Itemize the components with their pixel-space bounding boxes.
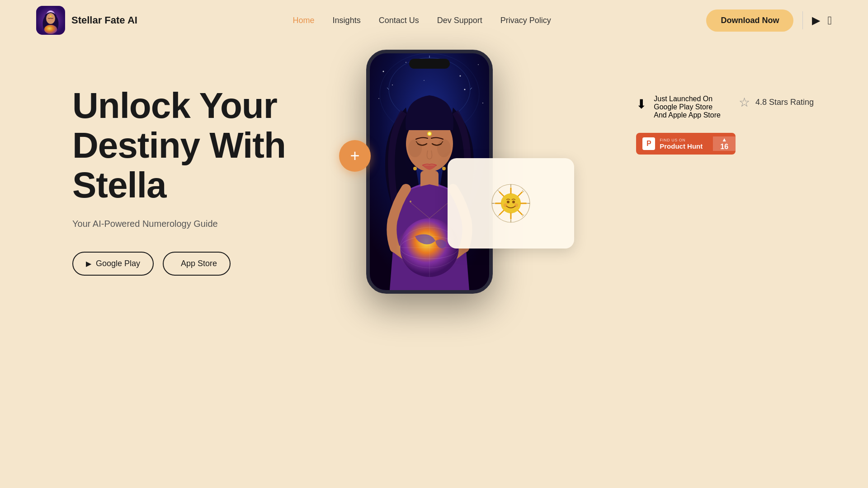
hero-section: Unlock Your Destiny With Stella Your AI-…: [0, 41, 868, 488]
svg-point-11: [460, 75, 461, 77]
svg-point-62: [512, 201, 515, 203]
launch-line1: Just Launched On: [654, 95, 721, 103]
svg-point-4: [50, 15, 52, 17]
svg-point-8: [383, 71, 384, 72]
product-hunt-badge[interactable]: P FIND US ON Product Hunt ▲ 16: [636, 133, 736, 155]
svg-point-12: [478, 64, 479, 65]
svg-point-27: [437, 139, 451, 157]
launch-info: ⬇ Just Launched On Google Play Store And…: [636, 95, 814, 119]
star-icon: ☆: [739, 95, 750, 110]
svg-point-64: [514, 203, 518, 207]
svg-point-26: [408, 139, 422, 157]
ph-name: Product Hunt: [660, 142, 703, 150]
navbar: Stellar Fate AI Home Insights Contact Us…: [0, 0, 868, 41]
svg-point-30: [413, 167, 417, 170]
app-store-button[interactable]: App Store: [163, 252, 231, 276]
hero-buttons: ▶ Google Play App Store: [72, 252, 286, 276]
rating-text: 4.8 Stars Rating: [755, 98, 814, 107]
nav-links: Home Insights Contact Us Dev Support Pri…: [293, 16, 551, 25]
sun-symbol: [488, 181, 533, 226]
ph-number: 16: [720, 143, 728, 151]
launch-line2: Google Play Store: [654, 103, 721, 111]
brand-name: Stellar Fate AI: [71, 14, 137, 26]
hero-center: +: [366, 50, 502, 294]
nav-privacy[interactable]: Privacy Policy: [500, 16, 551, 25]
phone-container: +: [366, 50, 502, 294]
ph-count-inner: ▲ 16: [720, 136, 728, 151]
svg-point-63: [504, 203, 507, 207]
app-store-label: App Store: [181, 259, 217, 268]
google-play-label: Google Play: [96, 259, 140, 268]
hero-right: ⬇ Just Launched On Google Play Store And…: [636, 95, 814, 155]
svg-point-14: [464, 89, 466, 90]
nav-dev[interactable]: Dev Support: [437, 16, 482, 25]
google-play-button[interactable]: ▶ Google Play: [72, 252, 154, 276]
svg-point-31: [442, 167, 446, 170]
ph-count: ▲ 16: [713, 136, 736, 151]
svg-line-59: [500, 211, 504, 215]
ph-find-label: FIND US ON: [660, 138, 703, 142]
download-button[interactable]: Download Now: [706, 9, 793, 32]
svg-line-57: [500, 192, 504, 196]
headline-line1: Unlock Your: [72, 85, 277, 126]
nav-insights[interactable]: Insights: [333, 16, 361, 25]
hero-headline: Unlock Your Destiny With Stella: [72, 86, 286, 205]
svg-point-9: [406, 62, 406, 63]
hero-subtitle: Your AI-Powered Numerology Guide: [72, 219, 286, 229]
launch-text: Just Launched On Google Play Store And A…: [654, 95, 721, 119]
nav-right: Download Now ▶ : [706, 9, 832, 32]
svg-point-29: [428, 132, 431, 135]
plus-button[interactable]: +: [339, 140, 371, 172]
ph-logo: P: [642, 137, 655, 150]
logo-link[interactable]: Stellar Fate AI: [36, 6, 137, 35]
ph-arrow-icon: ▲: [722, 136, 727, 143]
android-icon[interactable]: ▶: [812, 14, 820, 27]
headline-line3: Stella: [72, 165, 166, 205]
hero-left: Unlock Your Destiny With Stella Your AI-…: [72, 50, 286, 276]
launch-line3: And Apple App Store: [654, 111, 721, 119]
svg-point-6: [44, 25, 57, 34]
svg-line-60: [518, 211, 522, 215]
svg-point-17: [378, 98, 379, 99]
nav-home[interactable]: Home: [293, 16, 315, 25]
floating-card: [448, 158, 574, 249]
apple-icon[interactable]: : [827, 14, 832, 28]
svg-point-15: [424, 80, 425, 81]
nav-store-icons: ▶ : [812, 14, 832, 28]
nav-contact[interactable]: Contact Us: [379, 16, 419, 25]
download-icon: ⬇: [636, 97, 646, 112]
headline-line2: Destiny With: [72, 125, 286, 165]
svg-point-61: [507, 201, 509, 203]
nav-divider: [802, 11, 803, 29]
svg-line-58: [518, 192, 522, 196]
rating-area: ☆ 4.8 Stars Rating: [739, 95, 814, 110]
android-play-icon: ▶: [86, 259, 91, 268]
ph-text-block: FIND US ON Product Hunt: [660, 138, 703, 150]
phone-notch: [409, 59, 450, 69]
logo-image: [36, 6, 65, 35]
svg-point-18: [482, 103, 483, 103]
svg-point-13: [392, 84, 393, 85]
ph-left: P FIND US ON Product Hunt: [636, 133, 713, 155]
svg-point-40: [410, 201, 411, 202]
svg-point-3: [46, 13, 55, 24]
